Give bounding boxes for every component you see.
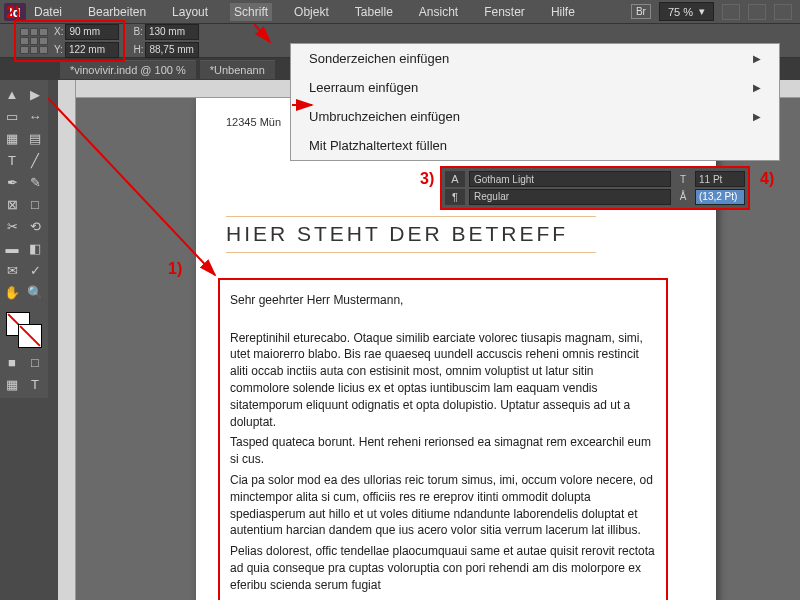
menu-fenster[interactable]: Fenster — [480, 3, 529, 21]
x-label: X: — [54, 26, 63, 37]
rectangle-frame-tool[interactable]: ⊠ — [2, 194, 22, 214]
menu-label: Sonderzeichen einfügen — [309, 51, 449, 66]
font-size-input[interactable] — [695, 171, 745, 187]
menu-schrift[interactable]: Schrift — [230, 3, 272, 21]
page-tool[interactable]: ▭ — [2, 106, 22, 126]
zoom-dropdown[interactable]: 75 %▾ — [659, 2, 714, 21]
w-input[interactable] — [145, 24, 199, 40]
menu-tabelle[interactable]: Tabelle — [351, 3, 397, 21]
stroke-swatch[interactable] — [18, 324, 42, 348]
menu-platzhaltertext[interactable]: Mit Platzhaltertext füllen — [291, 131, 779, 160]
heading-text: HIER STEHT DER BETREFF — [226, 222, 568, 246]
annotation-3: 3) — [420, 170, 434, 188]
body-paragraph: Rereptinihil eturecabo. Otaque similib e… — [230, 330, 656, 431]
apply-color-icon[interactable]: ■ — [2, 352, 22, 372]
selection-tool[interactable]: ▲ — [2, 84, 22, 104]
text-frame[interactable]: Sehr geehrter Herr Mustermann, Rereptini… — [218, 278, 668, 600]
line-tool[interactable]: ╱ — [25, 150, 45, 170]
menu-layout[interactable]: Layout — [168, 3, 212, 21]
h-label: H: — [133, 44, 143, 55]
bridge-button[interactable]: Br — [631, 4, 651, 19]
arrange-icon[interactable] — [774, 4, 792, 20]
submenu-arrow-icon: ▶ — [753, 111, 761, 122]
type-tool[interactable]: T — [2, 150, 22, 170]
font-family-input[interactable] — [469, 171, 671, 187]
apply-none-icon[interactable]: □ — [25, 352, 45, 372]
hand-tool[interactable]: ✋ — [2, 282, 22, 302]
menu-leerraum[interactable]: Leerraum einfügen▶ — [291, 73, 779, 102]
leading-input[interactable] — [695, 189, 745, 205]
chevron-down-icon: ▾ — [699, 5, 705, 18]
schrift-dropdown: Sonderzeichen einfügen▶ Leerraum einfüge… — [290, 43, 780, 161]
w-label: B: — [133, 26, 142, 37]
menu-label: Mit Platzhaltertext füllen — [309, 138, 447, 153]
font-size-icon: T — [675, 171, 691, 187]
menu-objekt[interactable]: Objekt — [290, 3, 333, 21]
annotation-1: 1) — [168, 260, 182, 278]
screen-mode-icon[interactable] — [748, 4, 766, 20]
body-paragraph: Cia pa solor mod ea des ullorias reic to… — [230, 472, 656, 539]
y-input[interactable] — [65, 42, 119, 58]
annotation-4: 4) — [760, 170, 774, 188]
gradient-feather-tool[interactable]: ◧ — [25, 238, 45, 258]
paragraph-mode-icon[interactable]: ¶ — [445, 189, 465, 205]
reference-point[interactable] — [20, 28, 48, 54]
view-options-icon[interactable] — [722, 4, 740, 20]
direct-selection-tool[interactable]: ▶ — [25, 84, 45, 104]
eyedropper-tool[interactable]: ✓ — [25, 260, 45, 280]
rule-below — [226, 252, 596, 253]
fill-stroke-swatch[interactable] — [2, 310, 46, 350]
vertical-ruler — [58, 80, 76, 600]
content-placer-tool[interactable]: ▤ — [25, 128, 45, 148]
pen-tool[interactable]: ✒ — [2, 172, 22, 192]
tab-unbenannt[interactable]: *Unbenann — [200, 60, 275, 79]
toolbox: ▲ ▶ ▭ ↔ ▦ ▤ T ╱ ✒ ✎ ⊠ □ ✂ ⟲ ▬ ◧ ✉ ✓ ✋ 🔍 … — [0, 80, 48, 398]
pencil-tool[interactable]: ✎ — [25, 172, 45, 192]
h-input[interactable] — [145, 42, 199, 58]
character-mode-icon[interactable]: A — [445, 171, 465, 187]
formatting-container-icon[interactable]: T — [25, 374, 45, 394]
content-collector-tool[interactable]: ▦ — [2, 128, 22, 148]
menu-label: Umbruchzeichen einfügen — [309, 109, 460, 124]
submenu-arrow-icon: ▶ — [753, 82, 761, 93]
menu-sonderzeichen[interactable]: Sonderzeichen einfügen▶ — [291, 44, 779, 73]
menu-umbruchzeichen[interactable]: Umbruchzeichen einfügen▶ — [291, 102, 779, 131]
body-paragraph: Tasped quateca borunt. Hent reheni rerio… — [230, 434, 656, 468]
menu-bearbeiten[interactable]: Bearbeiten — [84, 3, 150, 21]
scissors-tool[interactable]: ✂ — [2, 216, 22, 236]
transform-tool[interactable]: ⟲ — [25, 216, 45, 236]
rectangle-tool[interactable]: □ — [25, 194, 45, 214]
submenu-arrow-icon: ▶ — [753, 53, 761, 64]
note-tool[interactable]: ✉ — [2, 260, 22, 280]
tab-vinovivir[interactable]: *vinovivir.indd @ 100 % — [60, 60, 196, 79]
annotation-2: 2) — [6, 4, 20, 22]
menu-label: Leerraum einfügen — [309, 80, 418, 95]
character-panel: A T ¶ Å — [440, 166, 750, 210]
menu-datei[interactable]: Datei — [30, 3, 66, 21]
view-mode-icon[interactable]: ▦ — [2, 374, 22, 394]
rule-above — [226, 216, 596, 217]
y-label: Y: — [54, 44, 63, 55]
address-text: 12345 Mün — [226, 116, 281, 128]
zoom-tool[interactable]: 🔍 — [25, 282, 45, 302]
font-style-input[interactable] — [469, 189, 671, 205]
zoom-value: 75 % — [668, 6, 693, 18]
x-input[interactable] — [65, 24, 119, 40]
gap-tool[interactable]: ↔ — [25, 106, 45, 126]
menu-hilfe[interactable]: Hilfe — [547, 3, 579, 21]
body-paragraph: Pelias dolorest, offic tendellae plaocum… — [230, 543, 656, 593]
leading-icon: Å — [675, 189, 691, 205]
menu-ansicht[interactable]: Ansicht — [415, 3, 462, 21]
greeting: Sehr geehrter Herr Mustermann, — [230, 292, 656, 309]
gradient-tool[interactable]: ▬ — [2, 238, 22, 258]
